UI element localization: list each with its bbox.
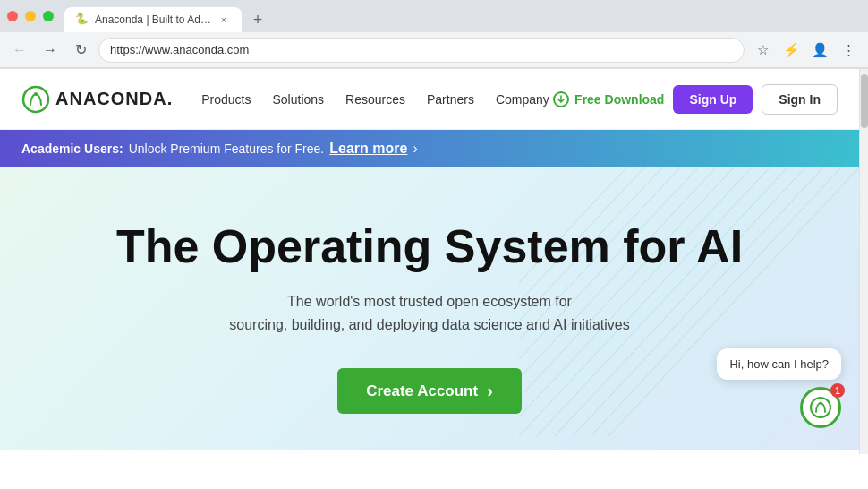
logo-text: ANACONDA. <box>55 89 173 109</box>
nav-right: Free Download Sign Up Sign In <box>553 84 838 115</box>
academic-banner: Academic Users: Unlock Premium Features … <box>0 130 859 167</box>
refresh-button[interactable]: ↻ <box>68 38 93 63</box>
page-container: ANACONDA. Products Solutions Resources P… <box>0 69 868 454</box>
chat-logo-icon <box>809 396 832 419</box>
free-download-button[interactable]: Free Download <box>553 91 664 107</box>
logo[interactable]: ANACONDA. <box>21 85 173 114</box>
back-button[interactable]: ← <box>7 38 32 63</box>
chat-widget[interactable]: Hi, how can I help? 1 <box>717 348 841 428</box>
banner-arrow-icon: › <box>413 141 417 157</box>
address-bar[interactable] <box>98 38 745 63</box>
download-arrow-icon <box>557 95 566 104</box>
profile-icon: 👤 <box>812 42 829 58</box>
website-content: ANACONDA. Products Solutions Resources P… <box>0 69 859 454</box>
nav-links: Products Solutions Resources Partners Co… <box>201 92 553 107</box>
svg-point-17 <box>820 402 822 405</box>
banner-learn-more-link[interactable]: Learn more <box>329 141 407 157</box>
browser-chrome: 🐍 Anaconda | Built to Advance O... × + ←… <box>0 0 868 69</box>
nav-company[interactable]: Company <box>496 92 549 107</box>
scrollbar[interactable] <box>859 69 868 454</box>
hero-subtitle-line1: The world's most trusted open ecosystem … <box>287 294 572 309</box>
banner-label: Academic Users: <box>21 142 123 156</box>
free-download-label: Free Download <box>574 92 664 107</box>
bookmark-button[interactable]: ☆ <box>750 38 775 63</box>
nav-products[interactable]: Products <box>201 92 251 107</box>
tab-favicon-icon: 🐍 <box>75 13 89 27</box>
banner-text: Unlock Premium Features for Free. <box>129 142 325 156</box>
site-nav: ANACONDA. Products Solutions Resources P… <box>0 69 859 130</box>
extensions-button[interactable]: ⚡ <box>779 38 804 63</box>
toolbar-right: ☆ ⚡ 👤 ⋮ <box>750 38 861 63</box>
scroll-thumb[interactable] <box>861 74 868 128</box>
maximize-window-button[interactable] <box>43 11 54 21</box>
menu-icon: ⋮ <box>842 42 855 58</box>
star-icon: ☆ <box>757 42 769 58</box>
svg-point-1 <box>34 92 38 96</box>
nav-partners[interactable]: Partners <box>427 92 474 107</box>
back-icon: ← <box>13 42 27 58</box>
svg-point-16 <box>811 398 830 417</box>
hero-section: The Operating System for AI The world's … <box>0 167 859 450</box>
tab-bar: 🐍 Anaconda | Built to Advance O... × + <box>64 0 270 32</box>
browser-toolbar: ← → ↻ ☆ ⚡ 👤 ⋮ <box>0 32 868 68</box>
title-bar: 🐍 Anaconda | Built to Advance O... × + <box>0 0 868 32</box>
nav-resources[interactable]: Resources <box>345 92 405 107</box>
create-account-arrow-icon: › <box>487 381 493 401</box>
refresh-icon: ↻ <box>75 41 87 58</box>
svg-point-0 <box>23 87 48 112</box>
close-window-button[interactable] <box>7 11 18 21</box>
chat-bubble: Hi, how can I help? <box>717 348 841 380</box>
window-controls <box>7 11 54 21</box>
forward-icon: → <box>43 42 57 58</box>
profile-button[interactable]: 👤 <box>807 38 832 63</box>
hero-subtitle: The world's most trusted open ecosystem … <box>21 290 838 336</box>
signin-button[interactable]: Sign In <box>762 84 838 115</box>
tab-close-button[interactable]: × <box>217 13 231 27</box>
new-tab-button[interactable]: + <box>245 7 270 32</box>
forward-button[interactable]: → <box>38 38 63 63</box>
download-circle-icon <box>553 91 569 107</box>
extensions-icon: ⚡ <box>783 42 800 58</box>
create-account-button[interactable]: Create Account › <box>337 368 522 414</box>
tab-title: Anaconda | Built to Advance O... <box>95 13 211 26</box>
minimize-window-button[interactable] <box>25 11 36 21</box>
chat-avatar[interactable]: 1 <box>800 387 841 428</box>
menu-button[interactable]: ⋮ <box>836 38 861 63</box>
anaconda-logo-icon <box>21 85 50 114</box>
nav-solutions[interactable]: Solutions <box>272 92 324 107</box>
browser-tab[interactable]: 🐍 Anaconda | Built to Advance O... × <box>64 7 242 32</box>
create-account-label: Create Account <box>366 382 478 400</box>
signup-button[interactable]: Sign Up <box>673 85 753 114</box>
hero-title: The Operating System for AI <box>21 221 838 272</box>
hero-subtitle-line2: sourcing, building, and deploying data s… <box>229 317 629 332</box>
